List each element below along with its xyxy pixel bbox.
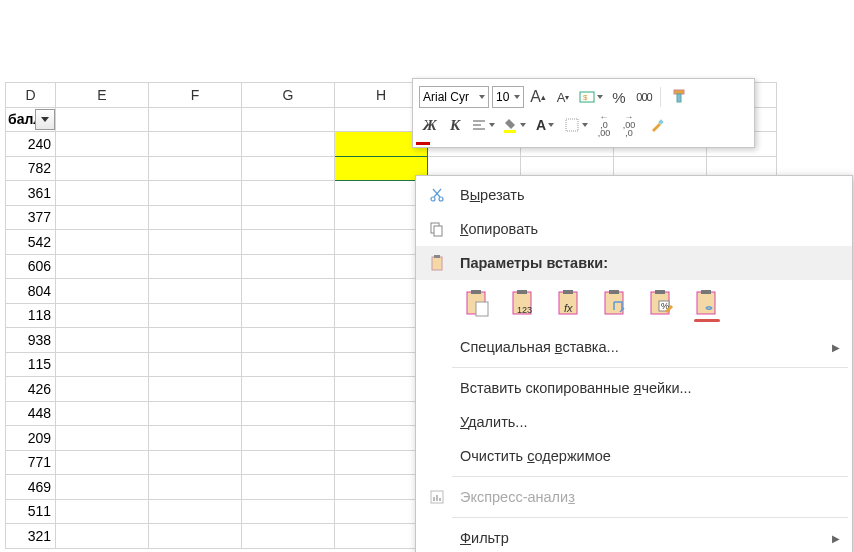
cell[interactable]: [242, 205, 335, 230]
menu-clear[interactable]: Очистить содержимое: [416, 439, 852, 473]
cell[interactable]: [56, 279, 149, 304]
percent-format-icon[interactable]: %: [608, 86, 630, 108]
col-header-E[interactable]: E: [56, 83, 149, 108]
cell[interactable]: [149, 426, 242, 451]
data-cell[interactable]: 448: [6, 401, 56, 426]
cell[interactable]: [56, 524, 149, 549]
cell[interactable]: [149, 475, 242, 500]
cell[interactable]: [56, 499, 149, 524]
cell[interactable]: [149, 156, 242, 181]
menu-paste-special[interactable]: Специальная вставка... ▶: [416, 330, 852, 364]
cell[interactable]: [149, 499, 242, 524]
cell[interactable]: [149, 205, 242, 230]
cell[interactable]: [56, 132, 149, 157]
cell[interactable]: [56, 205, 149, 230]
italic-button[interactable]: К: [444, 114, 466, 136]
cell[interactable]: [56, 352, 149, 377]
cell[interactable]: [149, 254, 242, 279]
cell[interactable]: [335, 475, 428, 500]
data-cell[interactable]: 118: [6, 303, 56, 328]
cell[interactable]: [335, 499, 428, 524]
cell[interactable]: [242, 475, 335, 500]
bold-button[interactable]: Ж: [419, 114, 441, 136]
decrease-decimal-icon[interactable]: →,00,0: [618, 114, 640, 136]
cell[interactable]: [335, 254, 428, 279]
data-cell[interactable]: 469: [6, 475, 56, 500]
cell[interactable]: [242, 499, 335, 524]
cell[interactable]: [335, 377, 428, 402]
menu-cut[interactable]: Вырезать: [416, 178, 852, 212]
cell[interactable]: [149, 450, 242, 475]
cell[interactable]: [149, 352, 242, 377]
decrease-font-icon[interactable]: A▾: [552, 86, 574, 108]
cell[interactable]: [242, 303, 335, 328]
cell[interactable]: [242, 279, 335, 304]
col-header-G[interactable]: G: [242, 83, 335, 108]
filter-dropdown-icon[interactable]: [35, 109, 55, 130]
cell[interactable]: [242, 426, 335, 451]
cell[interactable]: [335, 156, 428, 181]
col-header-D[interactable]: D: [6, 83, 56, 108]
menu-copy[interactable]: Копировать: [416, 212, 852, 246]
cell[interactable]: [56, 181, 149, 206]
cell[interactable]: [335, 352, 428, 377]
font-size-dropdown[interactable]: 10: [492, 86, 524, 108]
paste-transpose-icon[interactable]: [598, 286, 632, 320]
cell[interactable]: [149, 401, 242, 426]
cell[interactable]: [335, 230, 428, 255]
cell[interactable]: [149, 303, 242, 328]
data-cell[interactable]: 542: [6, 230, 56, 255]
data-cell[interactable]: 511: [6, 499, 56, 524]
cell[interactable]: [149, 377, 242, 402]
cell[interactable]: [56, 328, 149, 353]
accounting-format-icon[interactable]: $: [577, 86, 605, 108]
cell[interactable]: [149, 181, 242, 206]
cell[interactable]: [242, 524, 335, 549]
cell[interactable]: [56, 254, 149, 279]
data-cell[interactable]: 804: [6, 279, 56, 304]
cell[interactable]: [242, 107, 335, 132]
increase-decimal-icon[interactable]: ←,0,00: [593, 114, 615, 136]
cell[interactable]: [335, 401, 428, 426]
paste-values-icon[interactable]: 123: [506, 286, 540, 320]
cell[interactable]: [335, 426, 428, 451]
cell[interactable]: [242, 181, 335, 206]
borders-icon[interactable]: [562, 114, 590, 136]
paste-formulas-icon[interactable]: fx: [552, 286, 586, 320]
data-cell[interactable]: 361: [6, 181, 56, 206]
data-cell[interactable]: 606: [6, 254, 56, 279]
cell[interactable]: [56, 156, 149, 181]
cell[interactable]: [242, 132, 335, 157]
paste-all-icon[interactable]: [460, 286, 494, 320]
data-cell[interactable]: 209: [6, 426, 56, 451]
data-cell[interactable]: 240: [6, 132, 56, 157]
cell[interactable]: [149, 230, 242, 255]
cell[interactable]: [56, 450, 149, 475]
paste-link-icon[interactable]: [690, 286, 724, 320]
cell[interactable]: [335, 450, 428, 475]
cell[interactable]: [242, 328, 335, 353]
cell[interactable]: [242, 377, 335, 402]
menu-delete[interactable]: Удалить...: [416, 405, 852, 439]
cell[interactable]: [56, 401, 149, 426]
cell[interactable]: [335, 328, 428, 353]
data-cell[interactable]: 771: [6, 450, 56, 475]
cell[interactable]: [335, 279, 428, 304]
data-cell[interactable]: 321: [6, 524, 56, 549]
format-painter-icon[interactable]: [666, 86, 694, 108]
font-name-dropdown[interactable]: Arial Cyr: [419, 86, 489, 108]
cell[interactable]: [335, 205, 428, 230]
menu-insert-copied[interactable]: Вставить скопированные ячейки...: [416, 371, 852, 405]
paste-formatting-icon[interactable]: %: [644, 286, 678, 320]
data-cell[interactable]: 426: [6, 377, 56, 402]
cell[interactable]: [242, 401, 335, 426]
cell[interactable]: [149, 524, 242, 549]
increase-font-icon[interactable]: A▴: [527, 86, 549, 108]
menu-filter[interactable]: Фильтр ▶: [416, 521, 852, 552]
cell[interactable]: [335, 181, 428, 206]
cell[interactable]: [149, 279, 242, 304]
cell[interactable]: [242, 352, 335, 377]
cell[interactable]: [56, 426, 149, 451]
fill-color-icon[interactable]: [500, 114, 528, 136]
cell[interactable]: [149, 132, 242, 157]
